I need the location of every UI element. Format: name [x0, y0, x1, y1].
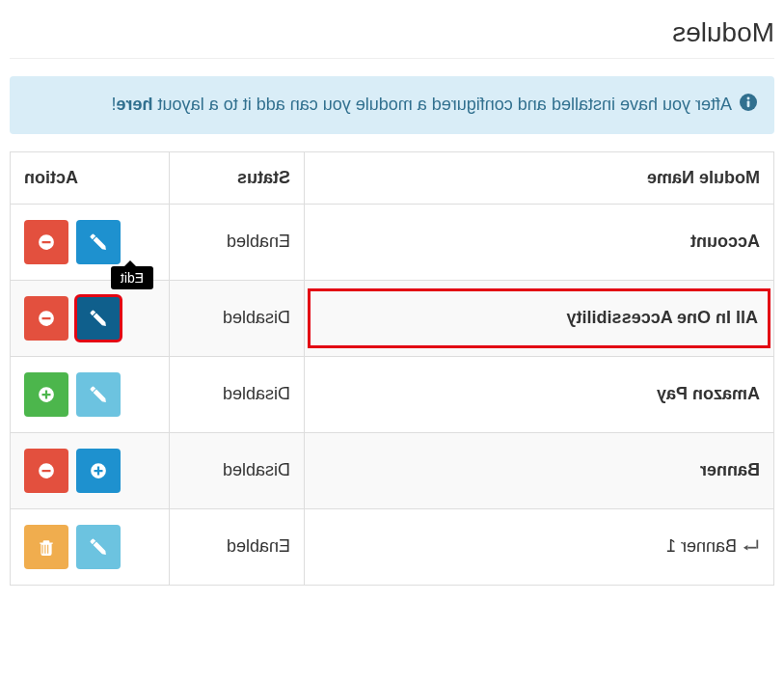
modules-table: Module Name Status Action AccountEnabled… — [10, 151, 774, 586]
svg-point-1 — [747, 96, 750, 99]
module-status: Enabled — [170, 204, 305, 280]
module-actions — [11, 432, 170, 508]
info-layout-link[interactable]: here — [117, 95, 153, 114]
uninstall-button[interactable] — [24, 449, 68, 493]
module-actions — [11, 280, 170, 356]
col-header-status: Status — [170, 151, 305, 204]
module-status: Disabled — [170, 356, 305, 432]
uninstall-button[interactable] — [24, 220, 68, 264]
module-actions — [11, 508, 170, 585]
module-name-cell: Banner — [305, 432, 774, 508]
info-text-after: ! — [112, 95, 117, 114]
edit-tooltip: Edit — [111, 266, 153, 289]
module-name: Amazon Pay — [657, 384, 760, 403]
indent-icon — [743, 537, 760, 558]
module-status: Disabled — [170, 280, 305, 356]
module-name: Account — [690, 232, 760, 251]
module-status: Disabled — [170, 432, 305, 508]
module-name-cell: All In One Accessibility — [305, 280, 774, 356]
delete-button[interactable] — [24, 525, 68, 569]
info-alert: After you have installed and configured … — [10, 76, 774, 134]
module-actions: Edit — [11, 204, 170, 280]
page-title: Modules — [10, 10, 774, 59]
highlighted-module: All In One Accessibility — [308, 288, 770, 348]
uninstall-button[interactable] — [24, 296, 68, 341]
module-name: Banner — [700, 460, 760, 479]
edit-button[interactable] — [76, 525, 121, 569]
module-name-cell: Account — [305, 204, 774, 280]
edit-button[interactable] — [76, 296, 121, 341]
edit-button[interactable] — [76, 220, 121, 264]
module-actions — [11, 356, 170, 432]
install-button[interactable] — [24, 372, 68, 417]
info-icon — [740, 93, 757, 119]
svg-rect-2 — [747, 100, 750, 107]
col-header-action: Action — [11, 151, 170, 204]
info-text-before: After you have installed and configured … — [153, 95, 732, 114]
module-name-cell: Banner 1 — [305, 508, 774, 585]
col-header-module: Module Name — [305, 151, 774, 204]
module-name: Banner 1 — [666, 536, 737, 556]
add-button[interactable] — [76, 449, 121, 493]
edit-button[interactable] — [76, 372, 121, 417]
module-status: Enabled — [170, 508, 305, 585]
module-name-cell: Amazon Pay — [305, 356, 774, 432]
